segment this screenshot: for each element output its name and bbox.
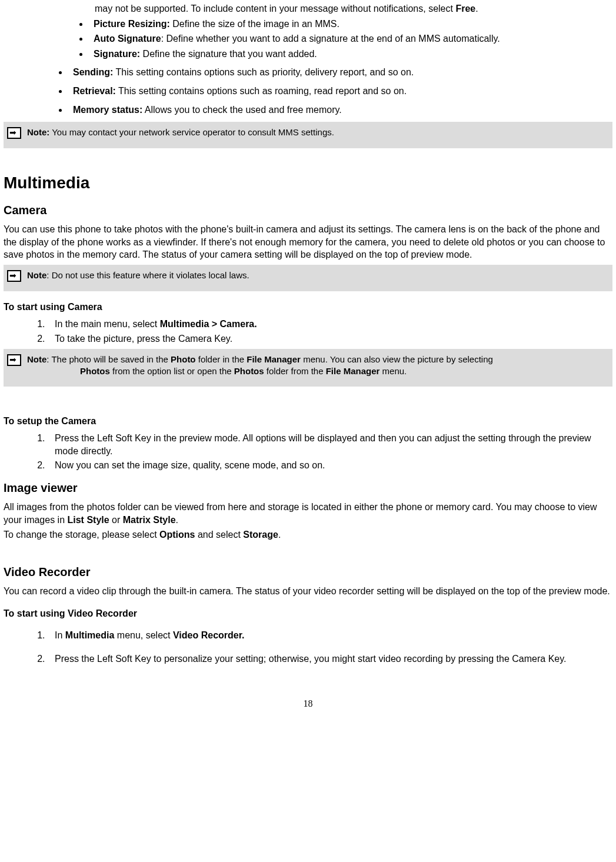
list-item: Auto Signature: Define whether you want …: [89, 32, 612, 45]
list-item: Picture Resizing: Define the size of the…: [89, 18, 612, 31]
start-camera-steps: In the main menu, select Multimedia > Ca…: [4, 318, 612, 345]
bullet-text: Define the signature that you want added…: [140, 49, 317, 59]
list-item: Press the Left Soft Key in the preview m…: [48, 432, 612, 457]
list-item: Now you can set the image size, quality,…: [48, 459, 612, 472]
heading-video-recorder: Video Recorder: [4, 564, 612, 580]
heading-image-viewer: Image viewer: [4, 480, 612, 496]
note-label: Note: [27, 270, 46, 280]
note-icon: [7, 270, 21, 282]
inner-bullet-list: Picture Resizing: Define the size of the…: [4, 18, 612, 61]
list-item: Retrieval: This setting contains options…: [68, 85, 612, 98]
bullet-text: This setting contains options such as ro…: [116, 86, 407, 96]
heading-multimedia: Multimedia: [4, 172, 612, 194]
outer-bullet-list: Sending: This setting contains options s…: [4, 66, 612, 116]
note-box: Note: You may contact your network servi…: [4, 122, 612, 148]
image-viewer-paragraph-2: To change the storage, please select Opt…: [4, 528, 612, 541]
note-body: You may contact your network service ope…: [49, 127, 334, 137]
step-text: Now you can set the image size, quality,…: [55, 460, 325, 470]
heading-start-video: To start using Video Recorder: [4, 607, 612, 620]
list-item: To take the picture, press the Camera Ke…: [48, 332, 612, 345]
note-text: Note: Do not use this feature where it v…: [27, 269, 609, 281]
camera-paragraph: You can use this phone to take photos wi…: [4, 223, 612, 261]
list-item: In the main menu, select Multimedia > Ca…: [48, 318, 612, 331]
list-item: Memory status: Allows you to check the u…: [68, 104, 612, 117]
note-text: Note: The photo will be saved in the Pho…: [27, 354, 609, 378]
bullet-label: Picture Resizing:: [94, 19, 170, 29]
note-label: Note: [27, 354, 46, 364]
orphan-line: may not be supported. To include content…: [95, 2, 612, 15]
bullet-label: Auto Signature: [94, 34, 161, 44]
page-number: 18: [4, 697, 612, 710]
bullet-label: Sending:: [73, 67, 113, 77]
note-icon: [7, 127, 21, 139]
start-video-steps: In Multimedia menu, select Video Recorde…: [4, 627, 612, 668]
step-bold: Multimedia > Camera.: [160, 319, 257, 329]
bullet-label: Signature:: [94, 49, 140, 59]
note-label: Note:: [27, 127, 49, 137]
step-text: In the main menu, select: [55, 319, 160, 329]
heading-camera: Camera: [4, 202, 612, 218]
setup-camera-steps: Press the Left Soft Key in the preview m…: [4, 432, 612, 472]
list-item: Signature: Define the signature that you…: [89, 48, 612, 61]
note-body: : Do not use this feature where it viola…: [46, 270, 249, 280]
image-viewer-paragraph-1: All images from the photos folder can be…: [4, 501, 612, 526]
step-text: Press the Left Soft Key in the preview m…: [55, 433, 591, 456]
bullet-text: : Define whether you want to add a signa…: [161, 34, 500, 44]
list-item: Sending: This setting contains options s…: [68, 66, 612, 79]
step-text: To take the picture, press the Camera Ke…: [55, 334, 232, 344]
bullet-text: Define the size of the image in an MMS.: [170, 19, 339, 29]
note-icon: [7, 354, 21, 366]
bullet-text: This setting contains options such as pr…: [113, 67, 414, 77]
note-box: Note: The photo will be saved in the Pho…: [4, 349, 612, 387]
note-text: Note: You may contact your network servi…: [27, 127, 609, 138]
note-box: Note: Do not use this feature where it v…: [4, 265, 612, 291]
step-text: Press the Left Soft Key to personalize y…: [55, 654, 566, 664]
list-item: In Multimedia menu, select Video Recorde…: [48, 627, 612, 644]
orphan-text: may not be supported. To include content…: [95, 4, 455, 14]
list-item: Press the Left Soft Key to personalize y…: [48, 651, 612, 668]
bullet-text: Allows you to check the used and free me…: [142, 105, 342, 115]
bullet-label: Retrieval:: [73, 86, 116, 96]
video-recorder-paragraph: You can record a video clip through the …: [4, 585, 612, 598]
heading-setup-camera: To setup the Camera: [4, 415, 612, 428]
heading-start-camera: To start using Camera: [4, 301, 612, 314]
orphan-bold: Free: [455, 4, 475, 14]
orphan-tail: .: [475, 4, 478, 14]
bullet-label: Memory status:: [73, 105, 142, 115]
